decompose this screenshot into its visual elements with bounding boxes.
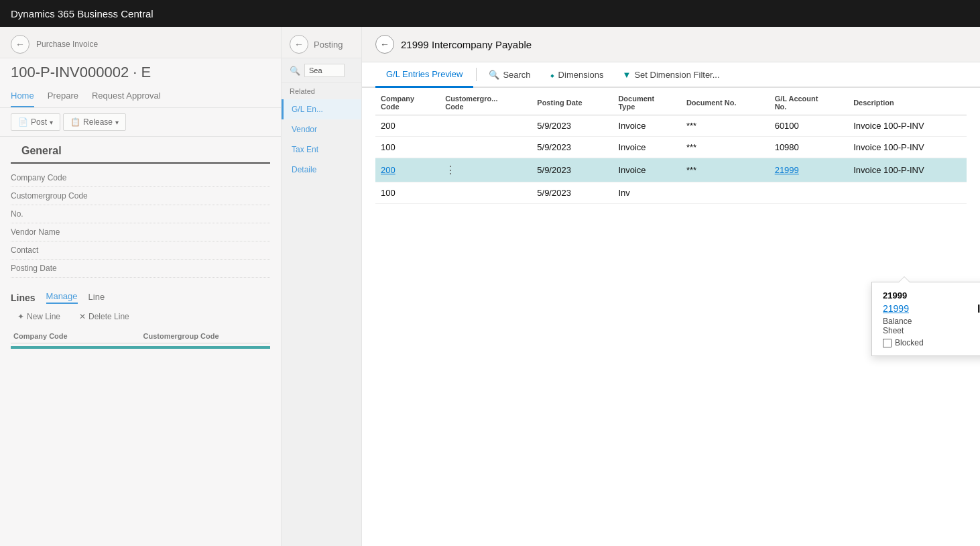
field-contact: Contact (11, 241, 270, 260)
tooltip-account-name: Intercompany Payable (944, 303, 980, 327)
middle-back-button[interactable]: ← (290, 35, 308, 54)
table-row: 100 5/9/2023 Inv (375, 182, 967, 204)
blocked-checkbox[interactable] (883, 339, 892, 347)
lines-tab-line[interactable]: Line (88, 292, 105, 303)
tooltip-content-row: 21999 Balance Sheet Blocked Intercompany… (883, 303, 980, 347)
tooltip-blocked-row: Blocked (883, 338, 930, 347)
search-button[interactable]: 🔍 Search (479, 64, 540, 85)
main-area: ← Purchase Invoice 100-P-INV000002 · E H… (0, 27, 980, 546)
cell-company-code: 200 (375, 115, 440, 137)
gl-panel-header: ← 21999 Intercompany Payable (362, 27, 980, 62)
tooltip-account-link[interactable]: 21999 (883, 303, 930, 314)
cell-doc-type: Inv (613, 182, 681, 204)
cell-description: Invoice 100-P-INV (848, 158, 967, 182)
tooltip-right-col: Intercompany Payable -431.00 (944, 303, 980, 337)
left-nav-tabs: Home Prepare Request Approval (0, 85, 281, 108)
cell-doc-type: Invoice (613, 158, 681, 182)
lines-title: Lines (11, 292, 36, 303)
field-label-vendor-name: Vendor Name (11, 227, 105, 237)
tab-home[interactable]: Home (11, 85, 34, 107)
field-label-company-code: Company Code (11, 173, 105, 182)
field-label-no: No. (11, 209, 105, 219)
tooltip-account-number-title: 21999 (883, 290, 980, 301)
cell-description: Invoice 100-P-INV (848, 137, 967, 158)
gl-back-button[interactable]: ← (375, 35, 394, 54)
cell-three-dot[interactable]: ⋮ (440, 158, 532, 182)
search-icon: 🔍 (290, 66, 300, 76)
dimensions-button[interactable]: ⬥ Dimensions (540, 64, 613, 85)
set-dimension-filter-button[interactable]: ▼ Set Dimension Filter... (613, 64, 729, 85)
cell-posting-date: 5/9/2023 (532, 158, 613, 182)
field-label-contact: Contact (11, 245, 105, 255)
cell-gl-account (770, 182, 849, 204)
cell-company-code: 100 (375, 182, 440, 204)
cell-doc-no: *** (681, 115, 770, 137)
gl-entries-table: CompanyCode Customergro...Code Posting D… (375, 88, 967, 204)
cell-gl-account: 10980 (770, 137, 849, 158)
delete-line-button[interactable]: ✕ Delete Line (72, 309, 136, 324)
col-header-document-type: DocumentType (613, 88, 681, 115)
tooltip-left-col: 21999 Balance Sheet Blocked (883, 303, 930, 347)
general-fields: Company Code Customergroup Code No. Vend… (0, 164, 281, 283)
gl-panel-title: 21999 Intercompany Payable (401, 39, 532, 50)
left-panel: ← Purchase Invoice 100-P-INV000002 · E H… (0, 27, 282, 546)
field-label-customergroup-code: Customergroup Code (11, 191, 105, 201)
cell-posting-date: 5/9/2023 (532, 115, 613, 137)
new-line-button[interactable]: ✦ New Line (11, 309, 67, 324)
cell-doc-type: Invoice (613, 115, 681, 137)
cell-customergroup-code (440, 182, 532, 204)
panel-header: ← Purchase Invoice (0, 27, 281, 58)
lines-teal-bar (11, 346, 270, 349)
cell-customergroup-code (440, 115, 532, 137)
side-nav-gl-entries[interactable]: G/L En... (282, 99, 361, 119)
cell-company-code-link[interactable]: 200 (375, 158, 440, 182)
cell-posting-date: 5/9/2023 (532, 182, 613, 204)
top-bar: Dynamics 365 Business Central (0, 0, 980, 27)
tab-prepare[interactable]: Prepare (48, 85, 78, 107)
dimensions-icon: ⬥ (550, 70, 555, 80)
tooltip-account-value: -431.00 (944, 327, 980, 337)
lines-tab-manage[interactable]: Manage (46, 291, 78, 304)
cell-posting-date: 5/9/2023 (532, 137, 613, 158)
field-vendor-name: Vendor Name (11, 223, 270, 241)
post-dropdown-arrow[interactable]: ▾ (50, 119, 53, 126)
col-header-company-code: CompanyCode (375, 88, 440, 115)
side-nav-detailed[interactable]: Detaile (282, 160, 361, 180)
side-nav-tax-entries[interactable]: Tax Ent (282, 140, 361, 160)
tooltip-arrow (899, 277, 910, 282)
middle-header: ← Posting (282, 27, 361, 58)
cell-description (848, 182, 967, 204)
left-breadcrumb: Purchase Invoice (36, 40, 98, 49)
cell-doc-type: Invoice (613, 137, 681, 158)
general-section-title: General (11, 137, 270, 164)
middle-title: Posting (314, 40, 343, 50)
middle-search: 🔍 (282, 58, 361, 83)
delete-line-icon: ✕ (79, 312, 86, 321)
gl-tab-entries-preview[interactable]: G/L Entries Preview (375, 62, 473, 88)
post-button[interactable]: 📄 Post ▾ (11, 113, 60, 131)
release-button[interactable]: 📋 Release ▾ (63, 113, 126, 131)
table-row: 100 5/9/2023 Invoice *** 10980 Invoice 1… (375, 137, 967, 158)
blocked-label: Blocked (895, 338, 924, 347)
toolbar-separator (476, 68, 477, 81)
post-icon: 📄 (18, 117, 28, 127)
table-row-highlighted: 200 ⋮ 5/9/2023 Invoice *** 21999 Invoice… (375, 158, 967, 182)
field-customergroup-code: Customergroup Code (11, 187, 270, 205)
search-icon-btn: 🔍 (489, 70, 499, 80)
field-label-posting-date: Posting Date (11, 264, 105, 273)
col-header-document-no: Document No. (681, 88, 770, 115)
field-no: No. (11, 205, 270, 223)
tooltip-category: Balance Sheet (883, 317, 930, 335)
middle-search-input[interactable] (304, 64, 345, 77)
right-panel: ← 21999 Intercompany Payable G/L Entries… (362, 27, 980, 546)
lines-header: Lines Manage Line (11, 291, 270, 304)
tab-request-approval[interactable]: Request Approval (92, 85, 161, 107)
cell-gl-account-link[interactable]: 21999 (770, 158, 849, 182)
side-nav-vendor[interactable]: Vendor (282, 119, 361, 140)
release-dropdown-arrow[interactable]: ▾ (115, 119, 119, 126)
lines-col-company-code: Company Code (11, 332, 141, 340)
middle-panel: ← Posting 🔍 Related G/L En... Vendor Tax… (282, 27, 362, 546)
cell-description: Invoice 100-P-INV (848, 115, 967, 137)
cell-customergroup-code (440, 137, 532, 158)
left-back-button[interactable]: ← (11, 35, 29, 54)
